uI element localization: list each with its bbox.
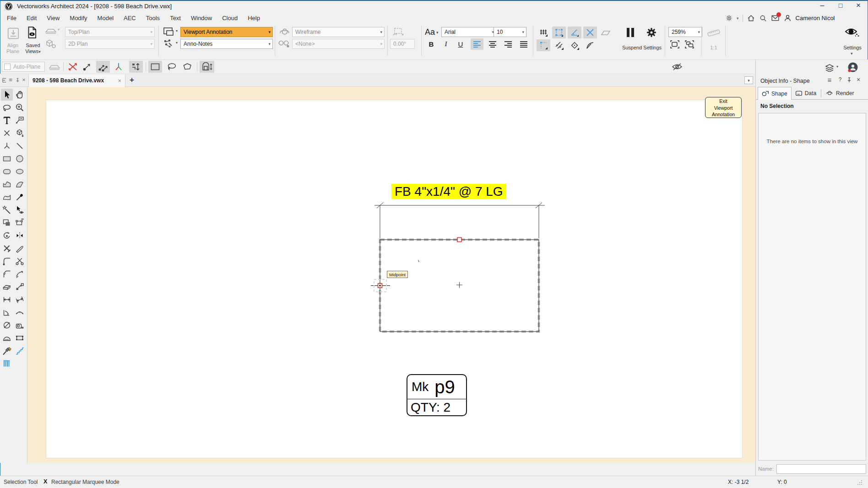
view-settings-label[interactable]: Settings: [841, 45, 864, 51]
menu-text[interactable]: Text: [165, 12, 186, 24]
rounded-rectangle-tool-icon[interactable]: [1, 166, 13, 177]
view-settings-eye-icon[interactable]: [844, 27, 860, 38]
view-settings-chevron-icon[interactable]: ▾: [851, 51, 853, 56]
class-options-chevron-icon[interactable]: ▾: [836, 64, 838, 69]
menu-file[interactable]: File: [2, 12, 22, 24]
diameter-dimension-tool-icon[interactable]: [1, 319, 13, 331]
angular-dimension-tool-icon[interactable]: [1, 306, 13, 318]
snap-angle-button[interactable]: [568, 27, 581, 38]
suspend-pause-icon[interactable]: [625, 27, 635, 38]
snap-working-plane-button[interactable]: [599, 27, 613, 38]
fit-page-button[interactable]: [668, 39, 681, 50]
auto-plane-toggle[interactable]: Auto-Plane: [2, 62, 45, 72]
settings-gear-icon[interactable]: [646, 27, 657, 38]
search-icon[interactable]: [759, 14, 767, 22]
chamfer-tool-icon[interactable]: [1, 268, 13, 280]
palette-dock-icon[interactable]: [1, 77, 7, 83]
new-tab-button[interactable]: +: [127, 75, 136, 85]
scale-disabled-icon[interactable]: [67, 62, 79, 72]
extrude-tool-icon[interactable]: [14, 127, 26, 139]
zoom-tool-icon[interactable]: [14, 102, 26, 113]
align-plane-icon[interactable]: [6, 27, 20, 40]
stair-tool-icon[interactable]: [14, 345, 26, 357]
suspend-settings-label[interactable]: Suspend Settings: [615, 45, 668, 51]
menu-cloud[interactable]: Cloud: [217, 12, 243, 24]
palette-menu-icon[interactable]: ≡: [7, 76, 14, 83]
panel-menu-icon[interactable]: ≡: [825, 75, 834, 84]
font-dropdown[interactable]: Arial▾: [441, 27, 496, 37]
snap-object-button[interactable]: [552, 27, 566, 38]
wand-tool-icon[interactable]: [1, 204, 13, 216]
rotate-tool-icon[interactable]: [1, 230, 13, 241]
align-justify-button[interactable]: [517, 38, 530, 50]
circle-tool-icon[interactable]: [14, 153, 26, 165]
tab-close-icon[interactable]: ×: [118, 77, 121, 84]
layer-dropdown[interactable]: Anno-Notes▾: [180, 39, 273, 49]
tab-data[interactable]: Data: [792, 87, 820, 99]
panel-close-icon[interactable]: ×: [855, 75, 862, 84]
framing-tool-icon[interactable]: [1, 345, 13, 357]
text-style-button[interactable]: Aa ▾: [425, 27, 439, 37]
arc-dimension-tool-icon[interactable]: [14, 306, 26, 318]
align-plane-label[interactable]: Align Plane: [3, 43, 23, 54]
menu-window[interactable]: Window: [186, 12, 217, 24]
eraser-tool-icon[interactable]: [1, 281, 13, 293]
visibility-tool-icon[interactable]: [14, 204, 26, 216]
name-input[interactable]: [776, 464, 866, 474]
render-style-dropdown[interactable]: <None>▾: [292, 39, 385, 49]
app-settings-chevron-icon[interactable]: ▾: [737, 16, 739, 21]
rectangle-tool-icon[interactable]: [1, 153, 13, 165]
viewport-crop-icon[interactable]: [163, 27, 175, 36]
view-dropdown[interactable]: Top/Plan▾: [65, 27, 155, 37]
constraints-chevron-icon[interactable]: ▾: [176, 41, 178, 45]
account-name[interactable]: Cameron Nicol: [796, 15, 835, 21]
close-button[interactable]: ×: [850, 0, 867, 11]
menu-edit[interactable]: Edit: [22, 12, 42, 24]
snap-tangent-button[interactable]: [583, 39, 597, 51]
eyedropper-tool-icon[interactable]: [14, 191, 26, 203]
fit-objects-button[interactable]: [683, 39, 696, 50]
polyline-tool-icon[interactable]: [1, 191, 13, 203]
pan-tool-icon[interactable]: [14, 89, 26, 101]
polygon-tool-icon[interactable]: [1, 178, 13, 190]
duplicates-mode-button[interactable]: [96, 61, 110, 73]
minimize-button[interactable]: –: [813, 0, 831, 11]
polygon-marquee-button[interactable]: [180, 61, 194, 73]
maximize-button[interactable]: □: [831, 0, 850, 11]
unconstrained-dimension-tool-icon[interactable]: [14, 294, 26, 306]
user-avatar[interactable]: [847, 62, 858, 73]
saved-views-icon[interactable]: [26, 26, 38, 39]
viewport-crop-chevron-icon[interactable]: ▾: [176, 29, 178, 33]
text-tool-icon[interactable]: [1, 114, 13, 126]
constraints-icon[interactable]: [163, 39, 175, 49]
rotation-field[interactable]: 0.00°: [390, 39, 415, 49]
layer-plane-chevron-icon[interactable]: ▾: [58, 27, 60, 32]
selection-tool-icon[interactable]: [1, 89, 13, 101]
clip-tool-icon[interactable]: [1, 217, 13, 229]
flyover-tool-icon[interactable]: [1, 102, 13, 113]
push-pull-mode-button[interactable]: [129, 61, 143, 73]
rectangular-marquee-button[interactable]: [148, 61, 162, 73]
fillet-tool-icon[interactable]: [1, 255, 13, 267]
dimension-tool-icon[interactable]: [1, 294, 13, 306]
tab-shape[interactable]: Shape: [758, 87, 792, 100]
underline-button[interactable]: U: [455, 38, 466, 49]
zoom-dropdown[interactable]: 259%▾: [668, 27, 702, 37]
font-size-dropdown[interactable]: 10▾: [494, 27, 526, 37]
menu-model[interactable]: Model: [92, 12, 119, 24]
render-style-glasses-icon[interactable]: [277, 39, 291, 48]
menu-tools[interactable]: Tools: [141, 12, 165, 24]
snap-smart-point-button[interactable]: [568, 39, 581, 51]
home-icon[interactable]: [747, 14, 755, 22]
panel-pin-icon[interactable]: [846, 76, 853, 84]
annotation-highlight-label[interactable]: FB 4"x1/4" @ 7 LG: [391, 184, 506, 199]
oval-tool-icon[interactable]: [14, 166, 26, 177]
panel-help-icon[interactable]: ?: [836, 75, 844, 84]
drawing-canvas[interactable]: Exit Viewport Annotation FB 4"x1/4" @ 7 …: [27, 87, 755, 463]
plane-mode-icon[interactable]: [49, 64, 60, 70]
tab-list-dropdown-button[interactable]: ▾: [744, 76, 753, 84]
resize-grip[interactable]: [857, 480, 863, 485]
mark-tag[interactable]: Mk p9 QTY: 2: [407, 374, 467, 416]
callout-tool-icon[interactable]: [14, 114, 26, 126]
mode-dropdown[interactable]: Viewport Annotation▾: [180, 27, 273, 37]
